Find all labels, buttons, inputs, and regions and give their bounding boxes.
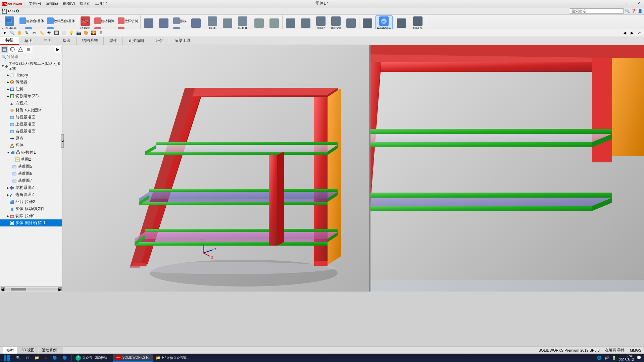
menu-edit[interactable]: 编辑(E) xyxy=(44,0,60,7)
sidebar-item-annotations[interactable]: ▶ 注解 xyxy=(0,86,62,93)
status-tab-model[interactable]: 模型 xyxy=(3,347,17,354)
expand-sidebar-button[interactable]: ▶ xyxy=(54,46,61,53)
status-tab-motion[interactable]: 运动算例 1 xyxy=(39,347,63,354)
tb2-shading-icon[interactable]: 🔲 xyxy=(53,30,60,36)
sidebar-item-sensors[interactable]: ▶ 传感器 xyxy=(0,79,62,86)
sidebar-item-solid-delete1[interactable]: ▶ 实体-删除/保留 1 xyxy=(0,219,62,226)
sidebar-item-material[interactable]: ▶ 材质 <未指定> xyxy=(0,107,62,114)
main-viewport-left[interactable]: Y Z X xyxy=(62,45,369,292)
tb2-pan-icon[interactable]: ✋ xyxy=(16,30,23,36)
tb2-hide-icon[interactable]: 👁 xyxy=(46,30,52,36)
tab-direct-edit[interactable]: 直接编辑 xyxy=(123,37,150,45)
tb2-section-icon[interactable]: ✂ xyxy=(31,30,38,36)
display-tab[interactable] xyxy=(25,46,32,53)
sidebar-item-base-plane6[interactable]: 基准面6 xyxy=(0,170,62,177)
viewport-expand-icon[interactable]: ⤢ xyxy=(636,30,643,36)
help-icon[interactable]: ❓ xyxy=(631,9,636,13)
scroll-thumb[interactable] xyxy=(11,288,27,291)
viewport-next-icon[interactable]: ▶ xyxy=(629,30,635,36)
tb2-measure-icon[interactable]: 📏 xyxy=(38,30,45,36)
revolve-cut-button[interactable]: 旋转切除 xyxy=(93,16,116,25)
sidebar-item-cut-pull1[interactable]: ▶ 切除-拉伸1 xyxy=(0,212,62,219)
menu-view[interactable]: 视图(V) xyxy=(61,0,77,7)
scroll-left-btn[interactable]: ◀ xyxy=(1,287,5,291)
quick-undo-icon[interactable]: ↩ xyxy=(8,9,11,13)
menu-insert[interactable]: 插入(I) xyxy=(78,0,92,7)
sidebar-item-base-plane7[interactable]: 基准面7 xyxy=(0,177,62,184)
sidebar-item-front-plane[interactable]: ▶ 前视基准面 xyxy=(0,114,62,121)
filter-icon[interactable]: 🔍 xyxy=(1,55,6,59)
maximize-button[interactable]: □ xyxy=(623,0,633,7)
sidebar-item-platform-pull2[interactable]: ▶ 凸台-拉伸2 xyxy=(0,198,62,205)
tab-render[interactable]: 渲染工具 xyxy=(169,37,196,45)
system-clock[interactable]: 7:41 2023/3/13 xyxy=(619,354,634,362)
viewport-prev-icon[interactable]: ◀ xyxy=(621,30,628,36)
notification-icon[interactable]: 💬 xyxy=(637,356,641,360)
battery-icon[interactable]: 🔋 xyxy=(612,356,616,360)
tab-surface[interactable]: 曲面 xyxy=(38,37,57,45)
sidebar-item-origin[interactable]: ▶ 原点 xyxy=(0,135,62,142)
tb2-lights-icon[interactable]: 💡 xyxy=(68,30,75,36)
tb2-rotate-icon[interactable]: ↻ xyxy=(23,30,30,36)
sidebar-item-fillet-mgr2[interactable]: ▶ 边角管理2 xyxy=(0,191,62,198)
main-viewport-right[interactable] xyxy=(370,45,644,292)
taskbar-browser[interactable]: ● xyxy=(42,354,50,362)
network-icon[interactable]: 🌐 xyxy=(597,356,602,360)
tb2-camera-icon[interactable]: 📷 xyxy=(75,30,82,36)
close-button[interactable]: ✕ xyxy=(633,0,644,7)
sidebar-item-platform-pull1[interactable]: ▼ 凸台-拉伸1 xyxy=(0,149,62,156)
search-input[interactable] xyxy=(570,8,624,14)
sidebar-item-right-plane[interactable]: ▶ 右视基准面 xyxy=(0,128,62,135)
tb2-filter-icon[interactable]: ▼ xyxy=(1,30,8,36)
loft-boss-button[interactable]: 放样凸台/基体 xyxy=(46,16,76,25)
draft-button[interactable]: 拔模 xyxy=(171,16,188,25)
scroll-right-btn[interactable]: ▶ xyxy=(58,287,62,291)
taskbar-file-explorer[interactable]: 📁 xyxy=(32,354,42,362)
minimize-button[interactable]: ─ xyxy=(612,0,623,7)
sidebar-item-struct-sys2[interactable]: ▶ 结构系统2 xyxy=(0,184,62,191)
tab-evaluate[interactable]: 评估 xyxy=(150,37,169,45)
feature-tree-tab[interactable] xyxy=(1,46,8,53)
sidebar-collapse-handle[interactable]: ◀ xyxy=(61,134,64,148)
taskbar-360browser[interactable]: 3 公众号 - 360极速... xyxy=(73,354,113,362)
status-tab-3d[interactable]: 3D 视图 xyxy=(18,347,38,354)
tab-structure[interactable]: 结构系统 xyxy=(77,37,104,45)
tab-feature[interactable]: 特征 xyxy=(0,37,19,45)
revolve-boss-button[interactable]: 旋转台/基体 xyxy=(18,16,45,25)
taskbar-folder[interactable]: 📂 H:\微信公众号\0... xyxy=(153,354,191,362)
sidebar-item-base-plane5[interactable]: 基准面5 xyxy=(0,163,62,170)
taskbar-search[interactable]: 🔍 xyxy=(13,354,23,362)
sidebar-item-cutlist[interactable]: ▶ 切割清单(22) xyxy=(0,93,62,100)
quick-redo-icon[interactable]: ↪ xyxy=(12,9,15,13)
sidebar-item-equations[interactable]: ▶ Σ 方程式 xyxy=(0,100,62,107)
volume-icon[interactable]: 🔊 xyxy=(604,356,609,360)
menu-file[interactable]: 文件(F) xyxy=(27,0,43,7)
quick-save-icon[interactable]: 💾 xyxy=(1,8,7,14)
sidebar-root-item[interactable]: ▼ ◆ 零件1 (默认<按加工><默认>_显示状 xyxy=(0,60,62,72)
sidebar-item-weldment[interactable]: ▶ 焊件 xyxy=(0,142,62,149)
search-icon[interactable]: 🔍 xyxy=(625,9,630,13)
tb2-zoom-icon[interactable]: 🔍 xyxy=(9,30,15,36)
tb2-scene-icon[interactable]: 🌄 xyxy=(90,30,97,36)
menu-tools[interactable]: 工具(T) xyxy=(93,0,109,7)
loft-cut-button[interactable]: 放样切制 xyxy=(116,16,140,25)
tab-sheet-metal[interactable]: 钣金 xyxy=(57,37,77,45)
scroll-track[interactable] xyxy=(5,288,58,291)
tab-weldment[interactable]: 焊件 xyxy=(104,37,123,45)
taskbar-task-view[interactable]: ⊟ xyxy=(23,354,32,362)
tab-sketch[interactable]: 草图 xyxy=(19,37,38,45)
taskbar-solidworks[interactable]: SW SOLIDWORKS P... xyxy=(113,354,153,362)
tb2-appearance-icon[interactable]: 🎨 xyxy=(83,30,89,36)
tb2-display-icon[interactable]: 🖥 xyxy=(97,30,104,36)
quick-settings-icon[interactable]: ⚙ xyxy=(16,9,19,13)
start-button[interactable] xyxy=(0,354,13,362)
sidebar-item-solid-move1[interactable]: ▶ 实体-移动/复制1 xyxy=(0,205,62,212)
tb2-wires-icon[interactable]: ⬜ xyxy=(60,30,67,36)
property-tab[interactable]: i xyxy=(9,46,16,53)
sidebar-item-top-plane[interactable]: ▶ 上视基准面 xyxy=(0,121,62,128)
user-icon[interactable]: 👤 xyxy=(638,9,643,13)
sidebar-item-sketch2[interactable]: ▶ 草图2 xyxy=(0,156,62,163)
sidebar-item-history[interactable]: ▶ 🕐 History xyxy=(0,72,62,79)
taskbar-app2[interactable]: 🔵 xyxy=(60,354,70,362)
taskbar-app1[interactable]: 🔵 xyxy=(50,354,60,362)
